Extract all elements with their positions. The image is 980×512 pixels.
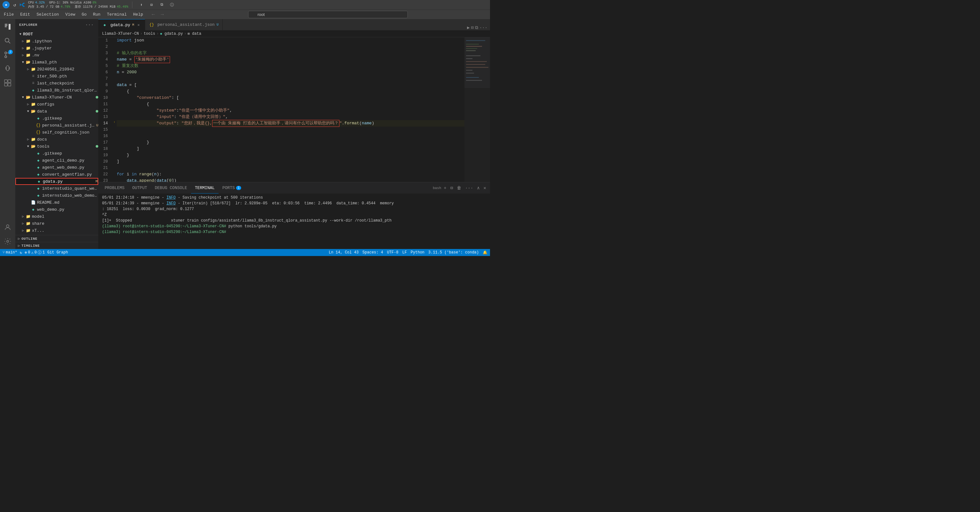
run-button[interactable]: ▶	[467, 25, 469, 30]
tree-item-personal-json[interactable]: ▷ {} personal_assistant.json U	[15, 122, 98, 129]
tree-item-internweb[interactable]: ▷ ◆ internstudio_web_demo.py	[15, 192, 98, 199]
status-version[interactable]: 3.11.5 ('base': conda)	[428, 250, 479, 255]
panel-tab-output[interactable]: OUTPUT	[128, 182, 151, 193]
menu-edit[interactable]: Edit	[18, 11, 33, 17]
menu-selection[interactable]: Selection	[34, 11, 61, 17]
breadcrumb-item-data[interactable]: ⊞ data	[188, 32, 201, 36]
panel-tab-debug[interactable]: DEBUG CONSOLE	[151, 182, 191, 193]
status-language[interactable]: Python	[410, 250, 424, 255]
tab-personal-json[interactable]: {} personal_assistant.json U	[145, 19, 222, 30]
tree-item-readme[interactable]: ▷ 📄 README.md	[15, 199, 98, 206]
status-line-ending[interactable]: LF	[402, 250, 407, 255]
code-line-1: import json	[117, 37, 465, 44]
activity-debug[interactable]	[1, 62, 14, 75]
tree-item-llama3py[interactable]: ▷ ◆ llama3_8b_instruct_qlora_assistant.p…	[15, 87, 98, 94]
activity-account[interactable]	[1, 221, 14, 234]
status-errors[interactable]: ⊗ 0 ⚠ 0 ⓘ 1	[25, 250, 45, 255]
tree-item-gitkeep-data[interactable]: ▷ ◆ .gitkeep	[15, 115, 98, 122]
activity-source-control[interactable]: 2	[1, 48, 14, 61]
tree-item-xt[interactable]: ▷ 📁 xT...	[15, 227, 98, 234]
terminal-line-2: 05/01 21:24:39 - mmengine - INFO - Iter(…	[102, 201, 486, 206]
terminal-collapse-button[interactable]: ∧	[476, 185, 481, 191]
terminal-add-button[interactable]: +	[442, 185, 447, 191]
split-editor-button[interactable]: ⊟	[471, 25, 473, 30]
layout-icon[interactable]: ⧉	[157, 0, 167, 10]
tree-item-nv[interactable]: ▷ 📁 .nv	[15, 52, 98, 59]
tree-item-internquant[interactable]: ▷ ◆ internstudio_quant_web_demo.py	[15, 185, 98, 192]
status-sync[interactable]: ↻	[20, 250, 22, 255]
panel-tab-ports[interactable]: PORTS 1	[218, 182, 245, 193]
sidebar-more-button[interactable]: ···	[84, 22, 94, 28]
status-notification[interactable]: 🔔	[483, 250, 487, 255]
tree-item-convert[interactable]: ▷ ◆ convert_agentflan.py	[15, 171, 98, 178]
tree-item-ipython[interactable]: ▷ 📁 .ipython	[15, 38, 98, 44]
breadcrumb-item-tools[interactable]: tools	[143, 32, 155, 36]
activity-settings[interactable]	[1, 235, 14, 248]
sidebar-toggle[interactable]: ⊟	[146, 0, 157, 10]
llama3xtuner-label: Llama3-XTuner-CN	[32, 95, 94, 100]
tree-item-tools[interactable]: ▼ 📂 tools	[15, 143, 98, 150]
tree-item-webdemo[interactable]: ▷ ◆ web_demo.py	[15, 206, 98, 213]
editor-more-button[interactable]: ···	[479, 25, 487, 30]
terminal-split-button[interactable]: ⊟	[449, 185, 454, 191]
tree-item-share[interactable]: ▷ 📁 share	[15, 220, 98, 227]
menu-go[interactable]: Go	[79, 11, 89, 17]
menu-run[interactable]: Run	[90, 11, 103, 17]
tree-root[interactable]: ▼ ROOT	[15, 31, 98, 38]
status-git-graph[interactable]: Git Graph	[47, 250, 68, 255]
info-icon[interactable]: ⓘ	[167, 0, 177, 10]
activity-explorer[interactable]	[1, 21, 14, 33]
status-ln[interactable]: Ln 14, Col 43	[329, 250, 359, 255]
nav-back-button[interactable]: ←	[150, 11, 157, 19]
activity-search[interactable]	[1, 35, 14, 47]
refresh-icon[interactable]: ↺	[11, 2, 18, 8]
tree-item-llama3pth[interactable]: ▼ 📂 llama3_pth	[15, 59, 98, 66]
editor-layout-button[interactable]: ⧉	[475, 25, 478, 30]
tree-item-agent-cli[interactable]: ▷ ◆ agent_cli_demo.py	[15, 157, 98, 164]
code-line-18: ]	[117, 146, 465, 152]
tree-item-agent-web[interactable]: ▷ ◆ agent_web_demo.py	[15, 164, 98, 171]
lastcheckpoint-icon: ≡	[30, 81, 36, 86]
code-content[interactable]: import json # 输入你的名字 name = '朱娅梅的小助手' # …	[114, 37, 465, 182]
svg-text:●: ●	[5, 3, 7, 7]
timeline-header[interactable]: ▷ TIMELINE	[15, 242, 98, 249]
tree-item-selfcognition-json[interactable]: ▷ {} self_cognition.json	[15, 129, 98, 136]
tab-gdata-close[interactable]: ✕	[136, 22, 141, 27]
tree-item-iter500[interactable]: ▷ ≡ iter_500.pth	[15, 73, 98, 80]
status-encoding[interactable]: UTF-8	[387, 250, 398, 255]
terminal-content[interactable]: 05/01 21:24:18 - mmengine - INFO - Savin…	[98, 193, 490, 249]
tree-item-gitkeep-tools[interactable]: ▷ ◆ .gitkeep	[15, 150, 98, 157]
terminal-close-button[interactable]: ✕	[482, 185, 487, 191]
code-line-19: }	[117, 152, 465, 159]
ln-5: 5	[98, 63, 110, 69]
tree-item-model[interactable]: ▷ 📁 model	[15, 213, 98, 220]
breadcrumb-item-root[interactable]: Llama3-XTuner-CN	[102, 32, 139, 36]
svg-point-13	[6, 225, 9, 227]
menu-terminal[interactable]: Terminal	[104, 11, 129, 17]
breadcrumb-item-gdata[interactable]: ◆ gdata.py	[160, 32, 183, 36]
tab-gdata[interactable]: ◆ gdata.py M ✕	[98, 19, 145, 30]
tree-item-configs[interactable]: ▷ 📁 configs	[15, 101, 98, 108]
nav-forward-button[interactable]: →	[159, 11, 166, 19]
tree-item-data[interactable]: ▼ 📂 data	[15, 108, 98, 115]
status-spaces[interactable]: Spaces: 4	[363, 250, 383, 255]
terminal-more-button[interactable]: ···	[464, 185, 474, 191]
upload-icon[interactable]: ⬆	[136, 0, 146, 10]
tree-item-20240501[interactable]: ▷ 📁 20240501_210942	[15, 66, 98, 73]
status-branch[interactable]: ⑂ main*	[3, 250, 17, 255]
panel-tab-problems[interactable]: PROBLEMS	[101, 182, 128, 193]
activity-extensions[interactable]	[1, 76, 14, 89]
outline-header[interactable]: ▷ OUTLINE	[15, 235, 98, 242]
menu-help[interactable]: Help	[130, 11, 145, 17]
tree-item-docs[interactable]: ▷ 📁 docs	[15, 136, 98, 143]
terminal-trash-button[interactable]: 🗑	[455, 185, 463, 191]
tree-item-gdata[interactable]: ▷ ◆ gdata.py M	[15, 178, 98, 185]
tree-item-lastcheckpoint[interactable]: ▷ ≡ last_checkpoint	[15, 80, 98, 87]
menu-view[interactable]: View	[63, 11, 78, 17]
tree-item-jupyter[interactable]: ▷ 📁 .jupyter	[15, 44, 98, 52]
menu-file[interactable]: File	[1, 11, 16, 17]
tree-item-llama3xtuner[interactable]: ▼ 📂 Llama3-XTuner-CN	[15, 94, 98, 101]
nv-label: .nv	[32, 53, 98, 58]
search-input[interactable]	[248, 11, 408, 18]
panel-tab-terminal[interactable]: TERMINAL	[191, 182, 218, 193]
